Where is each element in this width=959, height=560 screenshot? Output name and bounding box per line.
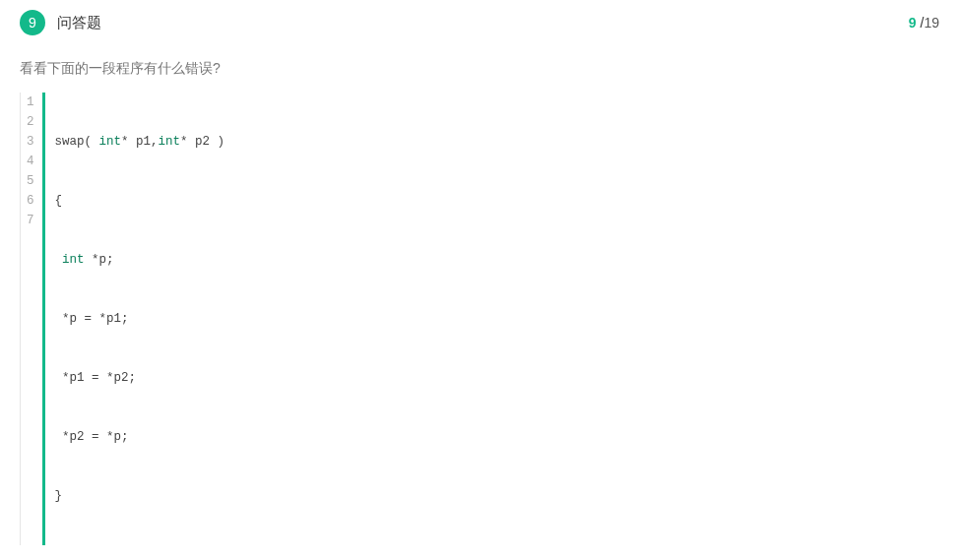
line-number: 3 (27, 132, 34, 152)
pager-current: 9 (909, 15, 917, 31)
code-line: int *p; (55, 250, 225, 270)
code-line: *p1 = *p2; (55, 368, 225, 388)
code-gutter: 1 2 3 4 5 6 7 (21, 93, 42, 545)
code-body: swap( int* p1,int* p2 ) { int *p; *p = *… (42, 93, 225, 545)
code-line: { (55, 191, 225, 211)
code-line: *p = *p1; (55, 309, 225, 329)
question-pager: 9 /19 (909, 15, 939, 31)
question-header: 9 问答题 9 /19 (20, 10, 939, 35)
question-type: 问答题 (57, 14, 101, 32)
line-number: 2 (27, 112, 34, 132)
line-number: 1 (27, 93, 34, 112)
pager-total: 19 (924, 15, 939, 31)
code-line: *p2 = *p; (55, 427, 225, 447)
line-number: 4 (27, 152, 34, 171)
question-prompt: 看看下面的一段程序有什么错误? (20, 57, 939, 79)
line-number: 6 (27, 191, 34, 211)
question-code-block: 1 2 3 4 5 6 7 swap( int* p1,int* p2 ) { … (20, 93, 939, 545)
line-number: 7 (27, 211, 34, 230)
question-number-badge: 9 (20, 10, 45, 35)
code-line: } (55, 486, 225, 506)
line-number: 5 (27, 171, 34, 191)
code-line: swap( int* p1,int* p2 ) (55, 132, 225, 152)
